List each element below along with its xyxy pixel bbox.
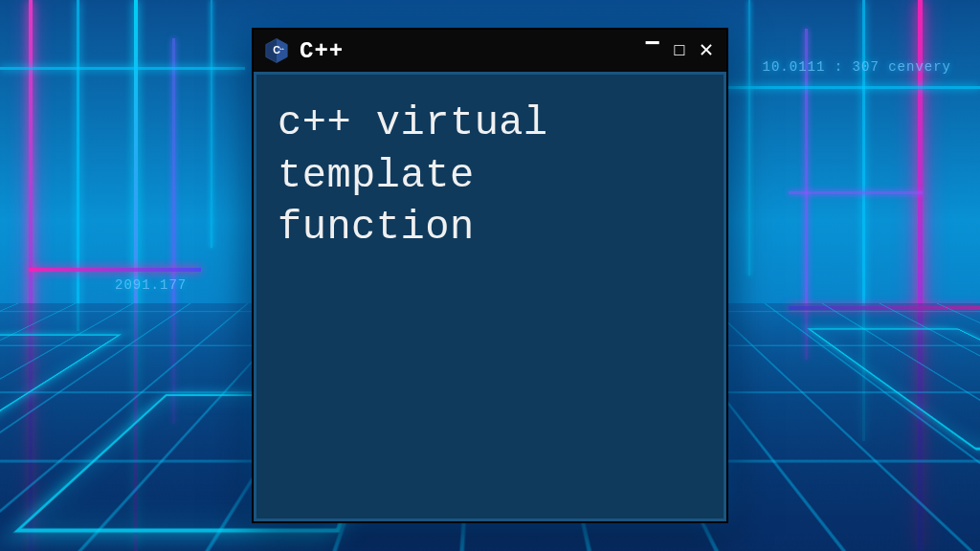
terminal-window: C ++ C++ − □ ✕ c++ virtual template func… [252,28,728,523]
close-button[interactable]: ✕ [696,39,717,62]
svg-text:C: C [273,44,280,55]
body-text: c++ virtual template function [278,98,702,254]
digital-text-2: 2091.177 [115,277,187,293]
window-body: c++ virtual template function [254,72,726,521]
titlebar[interactable]: C ++ C++ − □ ✕ [254,30,726,72]
minimize-button[interactable]: − [642,32,663,58]
window-controls: − □ ✕ [642,37,717,64]
svg-text:++: ++ [279,46,284,51]
cpp-icon: C ++ [263,37,290,64]
maximize-button[interactable]: □ [669,42,690,59]
window-title: C++ [300,38,633,64]
digital-text-1: 10.0111 : 307 cenvery [763,59,951,75]
